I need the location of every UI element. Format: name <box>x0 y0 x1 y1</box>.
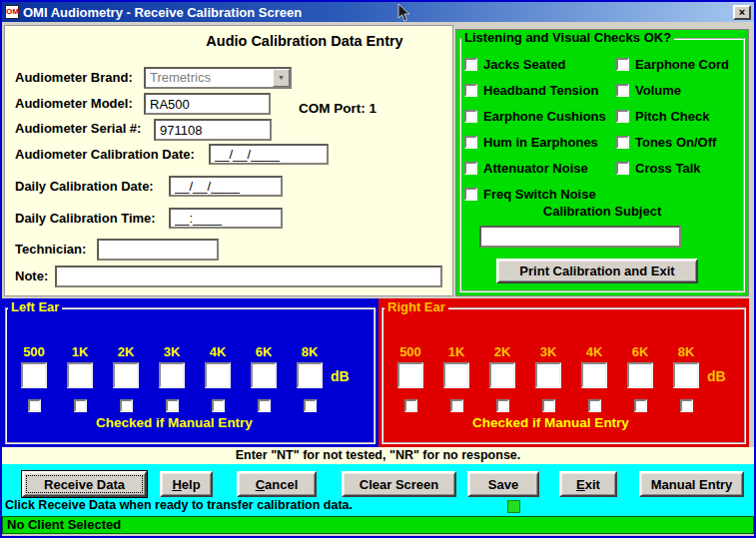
left-ear-panel: Left Ear 500 1K 2K 3K 4K 6K 8K dB <box>2 298 378 447</box>
listening-checks-panel: Listening and Visual Checks OK? Jacks Se… <box>455 29 749 296</box>
pitch-check-checkbox[interactable] <box>616 110 629 123</box>
note-input[interactable] <box>55 266 442 287</box>
right-ear-3k-manual-checkbox[interactable] <box>542 399 555 412</box>
com-port-label: COM Port: 1 <box>299 101 377 116</box>
manual-entry-button[interactable]: Manual Entry <box>639 471 744 497</box>
earphone-cushions-label: Earphone Cushions <box>483 109 606 124</box>
right-ear-2k-input[interactable] <box>489 362 515 388</box>
serial-label: Audiometer Serial #: <box>15 121 141 136</box>
right-ear-db-label: dB <box>707 368 726 384</box>
daily-time-input[interactable] <box>169 208 283 229</box>
left-ear-1k-manual-checkbox[interactable] <box>74 399 87 412</box>
left-ear-8k-input[interactable] <box>297 362 323 388</box>
right-ear-2k-manual-checkbox[interactable] <box>496 399 509 412</box>
freq-switch-noise-label: Freq Switch Noise <box>483 187 596 202</box>
freq-label-2k: 2K <box>494 344 511 362</box>
print-calibration-exit-button[interactable]: Print Calibration and Exit <box>496 259 698 283</box>
brand-value: Tremetrics <box>150 70 211 85</box>
app-window: OM OMI Audiometry - Receive Calibration … <box>0 0 756 538</box>
volume-label: Volume <box>635 83 681 98</box>
right-ear-1k-input[interactable] <box>443 362 469 388</box>
client-status-bar: No Client Selected <box>2 516 754 534</box>
earphone-cushions-checkbox[interactable] <box>464 110 477 123</box>
tones-on-off-checkbox[interactable] <box>616 136 629 149</box>
technician-input[interactable] <box>97 239 219 261</box>
right-ear-500-manual-checkbox[interactable] <box>404 399 417 412</box>
daily-date-label: Daily Calibration Date: <box>15 179 154 194</box>
attenuator-noise-checkbox[interactable] <box>464 162 477 175</box>
left-ear-500-manual-checkbox[interactable] <box>28 399 41 412</box>
left-ear-6k-input[interactable] <box>251 362 277 388</box>
cal-date-input[interactable] <box>209 144 329 165</box>
right-ear-8k-input[interactable] <box>673 362 699 388</box>
headband-tension-label: Headband Tension <box>483 83 598 98</box>
model-label: Audiometer Model: <box>15 96 133 111</box>
window-title: OMI Audiometry - Receive Calibration Scr… <box>23 5 733 20</box>
earphone-cord-label: Earphone Cord <box>635 57 729 72</box>
right-ear-4k-manual-checkbox[interactable] <box>588 399 601 412</box>
right-ear-manual-note: Checked if Manual Entry <box>378 415 723 430</box>
left-ear-2k-manual-checkbox[interactable] <box>120 399 133 412</box>
right-ear-500-input[interactable] <box>397 362 423 388</box>
right-ear-6k-manual-checkbox[interactable] <box>634 399 647 412</box>
cross-talk-checkbox[interactable] <box>616 162 629 175</box>
note-label: Note: <box>15 269 48 283</box>
tones-on-off-label: Tones On/Off <box>635 135 716 150</box>
brand-dropdown[interactable]: Tremetrics ▼ <box>144 67 292 89</box>
right-ear-panel: Right Ear 500 1K 2K 3K 4K 6K 8K dB <box>378 298 749 447</box>
headband-tension-checkbox[interactable] <box>464 84 477 97</box>
freq-label-3k: 3K <box>540 344 557 362</box>
left-ear-500-input[interactable] <box>21 362 47 388</box>
jacks-seated-label: Jacks Seated <box>483 57 565 72</box>
right-ear-1k-manual-checkbox[interactable] <box>450 399 463 412</box>
receive-data-button[interactable]: Receive Data <box>22 471 147 497</box>
status-indicator-square <box>507 500 520 513</box>
freq-label-2k: 2K <box>118 344 135 362</box>
cancel-button[interactable]: Cancel <box>237 471 317 497</box>
pitch-check-label: Pitch Check <box>635 109 709 124</box>
exit-button[interactable]: Exit <box>559 471 617 497</box>
freq-label-8k: 8K <box>678 344 695 362</box>
cross-talk-label: Cross Talk <box>635 161 701 176</box>
left-ear-6k-manual-checkbox[interactable] <box>258 399 271 412</box>
left-ear-3k-manual-checkbox[interactable] <box>166 399 179 412</box>
close-icon[interactable]: × <box>733 5 751 20</box>
left-ear-3k-input[interactable] <box>159 362 185 388</box>
freq-label-8k: 8K <box>302 344 319 362</box>
daily-date-input[interactable] <box>169 176 283 197</box>
chevron-down-icon[interactable]: ▼ <box>273 69 290 87</box>
model-input[interactable] <box>144 93 271 115</box>
freq-label-6k: 6K <box>632 344 649 362</box>
calibration-entry-panel: Audio Calibration Data Entry Audiometer … <box>4 25 453 296</box>
right-ear-6k-input[interactable] <box>627 362 653 388</box>
hum-in-earphones-checkbox[interactable] <box>464 136 477 149</box>
left-ear-4k-input[interactable] <box>205 362 231 388</box>
left-ear-1k-input[interactable] <box>67 362 93 388</box>
calibration-subject-label: Calibration Subject <box>456 204 748 219</box>
title-bar: OM OMI Audiometry - Receive Calibration … <box>2 2 754 22</box>
left-ear-4k-manual-checkbox[interactable] <box>212 399 225 412</box>
freq-label-3k: 3K <box>164 344 181 362</box>
freq-switch-noise-checkbox[interactable] <box>464 188 477 201</box>
clear-screen-button[interactable]: Clear Screen <box>342 471 456 497</box>
nt-nr-hint: Enter "NT" for not tested, "NR" for no r… <box>2 447 754 464</box>
earphone-cord-checkbox[interactable] <box>616 58 629 71</box>
left-ear-8k-manual-checkbox[interactable] <box>304 399 317 412</box>
right-ear-4k-input[interactable] <box>581 362 607 388</box>
jacks-seated-checkbox[interactable] <box>464 58 477 71</box>
toolbar: Receive Data Help Cancel Clear Screen Sa… <box>2 464 754 516</box>
serial-input[interactable] <box>154 119 272 141</box>
volume-checkbox[interactable] <box>616 84 629 97</box>
right-ear-3k-input[interactable] <box>535 362 561 388</box>
right-ear-8k-manual-checkbox[interactable] <box>680 399 693 412</box>
cal-date-label: Audiometer Calibration Date: <box>15 147 195 162</box>
freq-label-500: 500 <box>399 344 421 362</box>
calibration-subject-input[interactable] <box>479 226 681 248</box>
help-button[interactable]: Help <box>160 471 213 497</box>
freq-label-4k: 4K <box>586 344 603 362</box>
checks-group-title: Listening and Visual Checks OK? <box>461 30 674 45</box>
technician-label: Technician: <box>15 242 86 257</box>
save-button[interactable]: Save <box>467 471 539 497</box>
status-message: Click Receive Data when ready to transfe… <box>5 498 353 512</box>
left-ear-2k-input[interactable] <box>113 362 139 388</box>
